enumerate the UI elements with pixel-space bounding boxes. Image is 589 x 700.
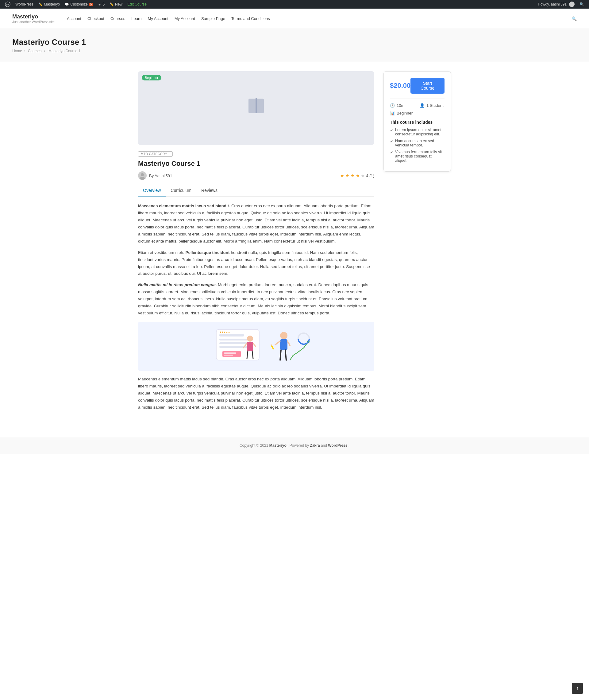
- level-icon: 📊: [390, 111, 395, 115]
- include-item-3: ✓ Vivamus fermentum felis sit amet risus…: [390, 150, 444, 163]
- breadcrumb-sep-2: ›: [44, 49, 46, 53]
- course-category-badge: MTO CATEGORY 1: [138, 151, 173, 157]
- nav-account[interactable]: Account: [67, 16, 81, 21]
- rating-count: 4 (1): [366, 173, 374, 178]
- breadcrumb-current: Masteriyo Course 1: [48, 49, 80, 53]
- site-footer: Copyright © 2021 Masteriyo . Powered by …: [0, 437, 589, 454]
- breadcrumb-home[interactable]: Home: [12, 49, 22, 53]
- star-3: ★: [351, 173, 355, 178]
- start-course-button[interactable]: Start Course: [410, 78, 444, 94]
- desc-italic-3: Nulla mattis mi in risus pretium congue.: [138, 282, 217, 287]
- footer-site-name[interactable]: Masteriyo: [269, 443, 286, 448]
- check-icon-2: ✓: [390, 139, 393, 147]
- star-1: ★: [340, 173, 344, 178]
- tabs: Overview Curriculum Reviews: [138, 185, 374, 196]
- star-5: ★: [361, 173, 365, 178]
- svg-rect-8: [219, 342, 247, 344]
- desc-text-1: Cras auctor eros nec ex porta aliquam. A…: [138, 203, 374, 244]
- svg-rect-11: [222, 351, 241, 357]
- stat-level: 📊 Beginner: [390, 111, 444, 115]
- include-text-1: Lorem ipsum dolor sit amet, consectetur …: [395, 128, 444, 136]
- admin-bar-search[interactable]: 🔍: [577, 2, 587, 6]
- admin-bar-customize[interactable]: ✏️ Masteriyo: [36, 0, 62, 9]
- footer-theme[interactable]: Zakra: [310, 443, 320, 448]
- svg-rect-12: [224, 353, 236, 354]
- check-icon-3: ✓: [390, 150, 393, 163]
- nav-terms[interactable]: Terms and Conditions: [231, 16, 270, 21]
- nav-checkout[interactable]: Checkout: [87, 16, 104, 21]
- admin-bar-masteriyo[interactable]: WordPress: [13, 0, 36, 9]
- nav-learn[interactable]: Learn: [131, 16, 142, 21]
- breadcrumb: Home › Courses › Masteriyo Course 1: [12, 49, 577, 53]
- desc-para-2: Etiam et vestibulum nibh. Pellentesque t…: [138, 249, 374, 278]
- admin-bar-comments[interactable]: 💬 Customize 5: [62, 0, 95, 9]
- nav-sample-page[interactable]: Sample Page: [201, 16, 225, 21]
- nav-my-account-2[interactable]: My Account: [175, 16, 195, 21]
- admin-bar-wp-logo[interactable]: W: [2, 0, 13, 9]
- course-title: Masteriyo Course 1: [138, 160, 374, 168]
- admin-bar-edit-course[interactable]: ✏️ New: [107, 0, 125, 9]
- svg-line-22: [275, 341, 280, 345]
- include-text-2: Nam accumsan ex sed vehicula tempor.: [395, 139, 444, 147]
- course-illustration: ★★★★★: [138, 322, 374, 371]
- price-box: $20.00 Start Course 🕐 10m 👤 1 Student 📊: [383, 71, 451, 172]
- content-right: $20.00 Start Course 🕐 10m 👤 1 Student 📊: [383, 71, 451, 415]
- desc-para-3: Nulla mattis mi in risus pretium congue.…: [138, 282, 374, 317]
- author-rating-row: By Aashil591 ★ ★ ★ ★ ★ 4 (1): [138, 171, 374, 180]
- admin-bar: W WordPress ✏️ Masteriyo 💬 Customize 5 ＋…: [0, 0, 589, 9]
- nav-search-icon[interactable]: 🔍: [572, 16, 577, 21]
- course-author: By Aashil591: [138, 171, 172, 180]
- nav-courses[interactable]: Courses: [111, 16, 125, 21]
- footer-period: .: [349, 443, 349, 448]
- site-header: Masteriyo Just another WordPress site Ac…: [0, 9, 589, 29]
- footer-powered-by: . Powered by: [287, 443, 310, 448]
- desc-bold-2: Pellentesque tincidunt: [186, 250, 230, 255]
- admin-bar-new[interactable]: ＋ 5: [95, 0, 107, 9]
- svg-rect-30: [271, 345, 274, 350]
- tab-overview[interactable]: Overview: [138, 185, 166, 196]
- svg-rect-6: [219, 334, 244, 336]
- desc-para-4: Maecenas elementum mattis lacus sed blan…: [138, 376, 374, 411]
- author-avatar: [138, 171, 147, 180]
- footer-and: and: [321, 443, 328, 448]
- content-left: Beginner MTO CATEGORY 1 Masteriyo Course…: [138, 71, 374, 415]
- stat-duration-value: 10m: [397, 103, 404, 108]
- svg-rect-15: [247, 342, 253, 351]
- price-row: $20.00 Start Course: [390, 78, 444, 94]
- desc-bold-1: Maecenas elementum mattis lacus sed blan…: [138, 203, 230, 208]
- site-tagline: Just another WordPress site: [12, 20, 55, 24]
- beginner-badge: Beginner: [142, 75, 161, 81]
- desc-para-1: Maecenas elementum mattis lacus sed blan…: [138, 202, 374, 245]
- desc-text-3: Morbi eget enim pretium, laoreet nunc a,…: [138, 282, 368, 315]
- star-4: ★: [356, 173, 360, 178]
- svg-line-24: [280, 350, 281, 360]
- breadcrumb-courses[interactable]: Courses: [28, 49, 42, 53]
- stat-students: 👤 1 Student: [420, 103, 444, 108]
- tab-reviews[interactable]: Reviews: [196, 185, 222, 196]
- svg-text:W: W: [6, 3, 9, 6]
- course-book-icon: [244, 94, 268, 123]
- main-nav: Account Checkout Courses Learn My Accoun…: [67, 16, 572, 21]
- nav-my-account-1[interactable]: My Account: [148, 16, 168, 21]
- stat-students-value: 1 Student: [426, 103, 444, 108]
- course-price: $20.00: [390, 82, 410, 90]
- footer-copyright: Copyright © 2021: [240, 443, 269, 448]
- admin-bar-howdy[interactable]: Howdy, aashil591: [535, 2, 577, 7]
- main-content: Beginner MTO CATEGORY 1 Masteriyo Course…: [126, 62, 463, 425]
- student-icon: 👤: [420, 103, 425, 108]
- clock-icon: 🕐: [390, 103, 395, 108]
- stat-duration: 🕐 10m: [390, 103, 415, 108]
- include-item-2: ✓ Nam accumsan ex sed vehicula tempor.: [390, 139, 444, 147]
- course-stats: 🕐 10m 👤 1 Student 📊 Beginner: [390, 99, 444, 115]
- svg-text:★★★★★: ★★★★★: [219, 331, 230, 334]
- svg-point-3: [141, 173, 144, 176]
- page-title: Masteriyo Course 1: [12, 37, 577, 47]
- footer-platform[interactable]: WordPress: [328, 443, 347, 448]
- desc-text-2a: Etiam et vestibulum nibh.: [138, 250, 186, 255]
- tab-curriculum[interactable]: Curriculum: [166, 185, 196, 196]
- svg-line-25: [285, 350, 286, 360]
- author-name: By Aashil591: [149, 173, 172, 178]
- include-item-1: ✓ Lorem ipsum dolor sit amet, consectetu…: [390, 128, 444, 136]
- admin-bar-plugin-link[interactable]: Edit Course: [125, 0, 149, 9]
- svg-rect-9: [219, 346, 250, 348]
